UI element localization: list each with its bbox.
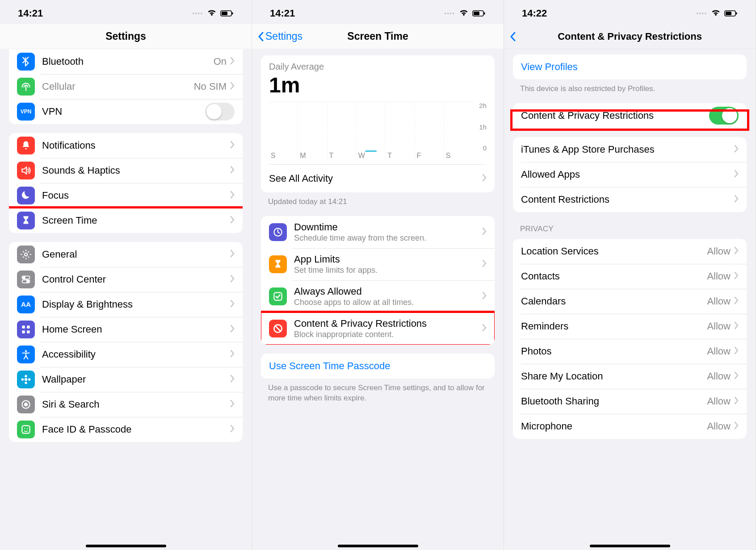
row-label: Allowed Apps [521, 169, 734, 180]
settings-row-accessibility[interactable]: Accessibility [9, 342, 243, 367]
moon-icon [17, 187, 35, 204]
vpn-toggle[interactable] [205, 103, 235, 121]
chart-x-label: S [444, 152, 473, 160]
vpn-icon: VPN [17, 103, 35, 121]
row-label: Face ID & Passcode [42, 424, 230, 435]
settings-row-home-screen[interactable]: Home Screen [9, 317, 243, 342]
row-label: Control Center [42, 274, 230, 285]
settings-row-notifications[interactable]: Notifications [9, 133, 243, 158]
chevron-right-icon [230, 191, 235, 200]
back-button[interactable]: Settings [257, 30, 302, 42]
privacy-row-contacts[interactable]: ContactsAllow [513, 264, 747, 289]
view-profiles-label: View Profiles [521, 61, 739, 73]
row-label: Cellular [42, 81, 194, 92]
chevron-right-icon [230, 57, 235, 67]
settings-row-vpn[interactable]: VPNVPN [9, 99, 243, 124]
chevron-right-icon [734, 321, 739, 331]
settings-row-general[interactable]: General [9, 242, 243, 267]
screen-settings: 14:21 •••• Settings BluetoothOnCellularN… [0, 0, 252, 550]
bell-icon [17, 137, 35, 154]
svg-point-23 [24, 428, 25, 429]
see-all-label: See All Activity [269, 173, 333, 184]
feature-row-downtime[interactable]: DowntimeSchedule time away from the scre… [261, 216, 495, 248]
settings-row-cellular[interactable]: CellularNo SIM [9, 74, 243, 99]
feature-row-content-privacy-restrictions[interactable]: Content & Privacy RestrictionsBlock inap… [261, 312, 495, 345]
chevron-right-icon [230, 141, 235, 150]
bluetooth-icon [17, 53, 35, 71]
privacy-row-share-my-location[interactable]: Share My LocationAllow [513, 364, 747, 389]
settings-row-focus[interactable]: Focus [9, 183, 243, 208]
row-detail: Allow [707, 271, 731, 282]
settings-row-bluetooth[interactable]: BluetoothOn [9, 49, 243, 74]
privacy-row-photos[interactable]: PhotosAllow [513, 339, 747, 364]
content-privacy-toggle-label: Content & Privacy Restrictions [521, 110, 709, 121]
svg-rect-10 [22, 325, 25, 329]
settings-row-control-center[interactable]: Control Center [9, 267, 243, 292]
see-all-activity-row[interactable]: See All Activity [269, 164, 487, 192]
row-detail: On [214, 56, 227, 67]
use-passcode-row[interactable]: Use Screen Time Passcode [261, 354, 495, 379]
settings-row-display-brightness[interactable]: AADisplay & Brightness [9, 292, 243, 317]
chevron-right-icon [734, 195, 739, 204]
battery-icon [220, 8, 234, 19]
cell-dots-icon: •••• [192, 10, 203, 17]
chart-x-label: W [357, 152, 386, 160]
settings-row-siri-search[interactable]: Siri & Search [9, 392, 243, 417]
row-label: Focus [42, 190, 230, 201]
grid-icon [17, 321, 35, 338]
privacy-row-location-services[interactable]: Location ServicesAllow [513, 239, 747, 264]
row-content-restrictions[interactable]: Content Restrictions [513, 187, 747, 212]
svg-rect-22 [22, 425, 29, 433]
chevron-right-icon [230, 350, 235, 359]
row-label: Home Screen [42, 324, 230, 335]
nav-bar: Settings [0, 24, 252, 49]
row-label: Wallpaper [42, 374, 230, 385]
row-sub: Choose apps to allow at all times. [294, 298, 482, 307]
privacy-row-reminders[interactable]: RemindersAllow [513, 314, 747, 339]
wifi-icon [459, 8, 469, 19]
row-detail: Allow [707, 321, 731, 332]
chevron-right-icon [230, 425, 235, 434]
row-label: General [42, 249, 230, 260]
back-button[interactable] [509, 31, 517, 42]
chart-x-label: F [415, 152, 444, 160]
svg-rect-27 [484, 12, 485, 15]
updated-footer: Updated today at 14:21 [268, 197, 487, 207]
content-privacy-toggle-row[interactable]: Content & Privacy Restrictions [513, 103, 747, 128]
privacy-row-bluetooth-sharing[interactable]: Bluetooth SharingAllow [513, 389, 747, 414]
content-privacy-toggle[interactable] [709, 107, 739, 125]
home-indicator[interactable] [590, 545, 670, 547]
chevron-right-icon [230, 300, 235, 309]
row-label: Always Allowed [294, 286, 482, 297]
settings-row-wallpaper[interactable]: Wallpaper [9, 367, 243, 392]
row-itunes-app-store-purchases[interactable]: iTunes & App Store Purchases [513, 137, 747, 162]
usage-chart[interactable]: 2h1h0 SMTWTFS [269, 102, 487, 160]
wifi-icon [711, 8, 721, 19]
row-label: Screen Time [42, 215, 230, 226]
row-detail: Allow [707, 296, 731, 307]
speaker-icon [17, 162, 35, 179]
settings-row-sounds-haptics[interactable]: Sounds & Haptics [9, 158, 243, 183]
view-profiles-row[interactable]: View Profiles [513, 54, 747, 79]
chart-x-label: M [298, 152, 327, 160]
privacy-row-calendars[interactable]: CalendarsAllow [513, 289, 747, 314]
privacy-row-microphone[interactable]: MicrophoneAllow [513, 414, 747, 439]
row-detail: No SIM [194, 81, 227, 92]
feature-row-always-allowed[interactable]: Always AllowedChoose apps to allow at al… [261, 280, 495, 312]
chart-x-label: T [386, 152, 415, 160]
row-sub: Set time limits for apps. [294, 266, 482, 275]
home-indicator[interactable] [86, 545, 166, 547]
row-allowed-apps[interactable]: Allowed Apps [513, 162, 747, 187]
row-label: Reminders [521, 321, 707, 332]
page-title: Settings [105, 30, 146, 42]
svg-rect-2 [232, 12, 233, 15]
chevron-right-icon [230, 82, 235, 92]
feature-row-app-limits[interactable]: App LimitsSet time limits for apps. [261, 248, 495, 280]
flower-icon [17, 371, 35, 388]
settings-row-screen-time[interactable]: Screen Time [9, 208, 243, 233]
settings-row-face-id-passcode[interactable]: Face ID & Passcode [9, 417, 243, 442]
home-indicator[interactable] [338, 545, 418, 547]
chevron-right-icon [230, 325, 235, 334]
svg-text:AA: AA [21, 300, 31, 308]
downtime-icon [269, 223, 287, 241]
